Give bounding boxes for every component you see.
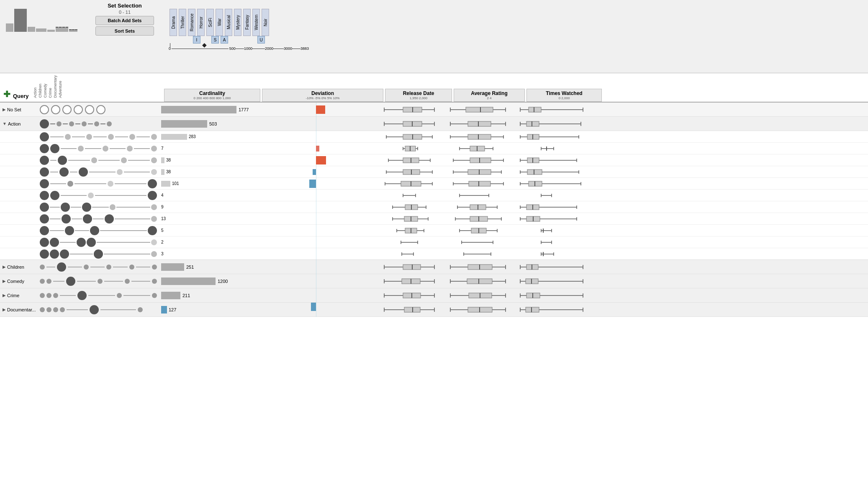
genre-letter-I[interactable]: I	[193, 36, 200, 44]
circle-1	[40, 105, 49, 114]
svg-rect-65	[470, 158, 491, 163]
genre-letter-S[interactable]: S	[211, 36, 219, 44]
circle-6	[96, 105, 105, 114]
action-deviation	[255, 117, 377, 131]
hist-bar-2	[14, 9, 27, 32]
sort-sets-button[interactable]: Sort Sets	[95, 26, 154, 36]
genre-mystery: Mystery	[233, 9, 242, 36]
c-line-3	[75, 123, 80, 124]
query-header-label: Query	[13, 93, 29, 99]
hist-bar-4	[36, 28, 46, 32]
crime-label: Crime	[7, 293, 19, 298]
batch-add-button[interactable]: Batch Add Sets	[95, 16, 154, 25]
action-rating	[444, 120, 515, 128]
action-c5	[94, 121, 99, 126]
main-container: Set Selection 0 - 11 Batch Add Sets Sort…	[0, 0, 868, 483]
cardinality-scale: 0 200 400 600 800 1,000	[194, 96, 231, 100]
circle-5	[85, 105, 94, 114]
c-line-5	[100, 123, 105, 124]
action-times	[515, 120, 590, 128]
c-line-1	[50, 123, 55, 124]
table-row-action-sub8: 13	[0, 213, 868, 225]
genre-thriller: Thriller	[178, 9, 187, 36]
avg-rating-title: Average Rating	[471, 90, 508, 96]
deviation-scale: -10% -5% 0% 5% 10%	[306, 96, 340, 100]
release-date-title: Release Date	[403, 90, 434, 96]
hist-bar-5	[47, 30, 55, 32]
action-c4	[82, 121, 87, 126]
action-release	[377, 120, 444, 128]
set-selection-panel: Set Selection 0 - 11 Batch Add Sets Sort…	[91, 3, 158, 37]
genre-fantasy: Fantasy	[242, 9, 252, 36]
action-expand-arrow[interactable]: ▼	[3, 121, 7, 126]
svg-rect-6	[466, 107, 493, 112]
genre-letter-A[interactable]: A	[221, 36, 228, 44]
no-set-cardinality: 1777	[159, 106, 255, 113]
no-set-label: No Set	[7, 107, 21, 112]
header-avg-rating: Average Rating 2 4	[454, 89, 525, 102]
genre-musical: Musical	[224, 9, 233, 36]
histogram	[3, 3, 87, 44]
header-query: ✚ Query Action Children Comedy Crime Doc…	[0, 77, 163, 102]
table-row-action: ▼ Action 503	[0, 117, 868, 131]
doc-expand-arrow[interactable]: ▶	[3, 307, 6, 312]
table-row-action-sub6: 4	[0, 190, 868, 201]
header-release-date: Release Date 1,950 2,000	[385, 89, 452, 102]
no-set-times-boxplot	[518, 105, 587, 114]
genre-noir: Noir	[261, 9, 270, 36]
table-row-documentary: ▶ Documentar... 127	[0, 303, 868, 317]
svg-rect-232	[526, 307, 539, 312]
set-selection-range: 0 - 11	[91, 10, 158, 15]
table-row-action-sub4: 38	[0, 166, 868, 178]
set-selection-title: Set Selection	[91, 3, 158, 9]
comedy-expand-arrow[interactable]: ▶	[3, 279, 6, 283]
table-row-children: ▶ Children 251	[0, 260, 868, 274]
times-scale: 0 2,000	[559, 96, 570, 100]
children-expand-arrow[interactable]: ▶	[3, 265, 6, 269]
svg-rect-11	[529, 107, 541, 112]
circle-3	[62, 105, 72, 114]
release-scale: 1,950 2,000	[410, 96, 427, 100]
action-circles	[38, 119, 159, 128]
svg-rect-21	[468, 121, 491, 126]
action-c3	[69, 121, 74, 126]
add-query-button[interactable]: ✚	[3, 89, 10, 99]
genre-western: Western	[252, 9, 261, 36]
action-cardinality: 503	[159, 120, 255, 128]
genre-drama: Drama	[169, 9, 178, 36]
circle-4	[74, 105, 83, 114]
c-line-2	[63, 123, 68, 124]
no-set-release-boxplot	[380, 105, 440, 114]
comedy-label: Comedy	[7, 279, 24, 284]
genre-horror: Horror	[196, 9, 205, 36]
hist-bar-6	[56, 27, 68, 32]
action-c2	[56, 121, 62, 126]
genre-romance: Romance	[187, 9, 196, 36]
table-row-action-sub5: 101	[0, 178, 868, 190]
action-card-value: 503	[209, 121, 217, 126]
crime-expand-arrow[interactable]: ▶	[3, 293, 6, 298]
circle-2	[51, 105, 60, 114]
table-row-comedy: ▶ Comedy 1200	[0, 274, 868, 288]
table-row-action-sub7: 9	[0, 201, 868, 213]
action-c6	[107, 121, 112, 126]
header-cardinality: Cardinality 0 200 400 600 800 1,000	[164, 89, 260, 102]
hist-bar-3	[28, 27, 35, 32]
table-row-action-sub2: 7	[0, 143, 868, 154]
no-set-times	[515, 103, 590, 117]
svg-rect-26	[526, 121, 539, 126]
hist-bar-1	[6, 23, 13, 32]
deviation-title: Deviation	[311, 90, 334, 96]
genre-letter-U[interactable]: U	[257, 36, 265, 44]
no-set-circles	[38, 105, 159, 114]
genre-war: War	[215, 9, 224, 36]
no-set-dev-bar	[316, 105, 325, 114]
no-set-rating	[444, 103, 515, 117]
action-c1	[40, 119, 49, 128]
no-set-release	[377, 103, 444, 117]
svg-rect-85	[527, 170, 542, 175]
table-row-action-sub11: 3	[0, 248, 868, 260]
table-row-action-sub10: 2	[0, 236, 868, 248]
headers-row: ✚ Query Action Children Comedy Crime Doc…	[0, 73, 868, 103]
no-set-label-cell: ▶ No Set	[0, 107, 38, 112]
